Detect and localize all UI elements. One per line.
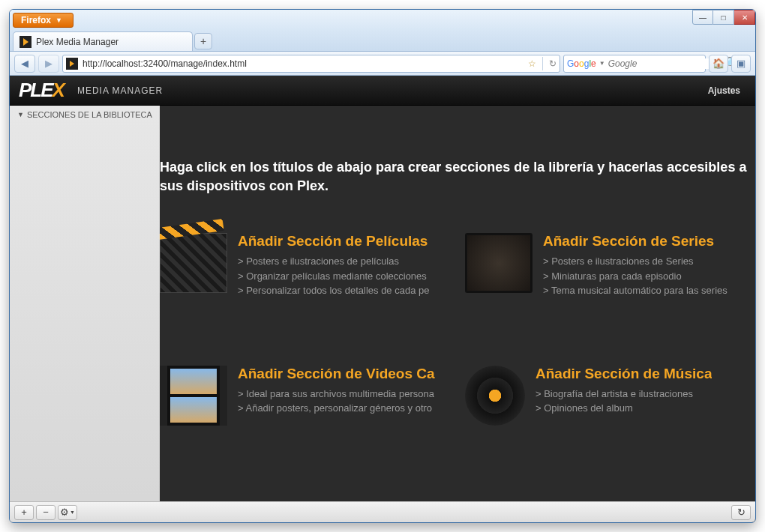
search-input[interactable]: [608, 58, 722, 69]
add-music-section[interactable]: Añadir Sección de Música > Biografía del…: [465, 366, 755, 426]
filmstrip-icon: [160, 366, 227, 426]
titlebar: Firefox ▼ — □ ✕: [10, 10, 755, 31]
separator: [542, 57, 543, 70]
tabstrip: Plex Media Manager +: [10, 31, 755, 52]
maximize-button[interactable]: □: [713, 10, 734, 25]
new-tab-button[interactable]: +: [194, 33, 212, 49]
plex-logo: PLEX: [19, 79, 64, 102]
bullet: > Tema musical automático para las serie…: [543, 283, 728, 298]
section-bullets: > Posters e ilustraciones de películas >…: [238, 254, 429, 298]
add-home-videos-section[interactable]: Añadir Sección de Videos Ca > Ideal para…: [160, 366, 450, 426]
chevron-down-icon: ▼: [70, 510, 75, 515]
home-button[interactable]: 🏠: [709, 55, 728, 73]
gear-button[interactable]: ⚙▼: [58, 505, 77, 520]
plex-body: ▼ SECCIONES DE LA BIBLIOTECA Haga click …: [10, 106, 755, 522]
settings-button[interactable]: Ajustes: [702, 82, 746, 99]
remove-button[interactable]: −: [36, 505, 56, 520]
chevron-down-icon: ▼: [17, 111, 24, 118]
firefox-menu-button[interactable]: Firefox ▼: [13, 13, 74, 28]
plex-favicon-icon: [66, 58, 78, 70]
bullet: > Ideal para sus archivos multimedia per…: [238, 387, 435, 402]
content-area: PLEX MEDIA MANAGER Ajustes ▼ SECCIONES D…: [10, 76, 755, 522]
tv-icon: [465, 233, 532, 293]
close-button[interactable]: ✕: [734, 10, 755, 25]
clapper-icon: [160, 233, 227, 293]
navbar: ◀ ▶ ☆ ↻ Google ▼ 🔍 🏠 ▣: [10, 52, 755, 76]
logo-accent: X: [52, 79, 64, 101]
bullet: > Biografía del artista e ilustraciones: [536, 387, 712, 402]
google-icon: Google: [567, 58, 596, 69]
bullet: > Opiniones del album: [536, 401, 712, 416]
add-button[interactable]: +: [14, 505, 34, 520]
bullet: > Miniaturas para cada episodio: [543, 269, 728, 284]
browser-window: Firefox ▼ — □ ✕ Plex Media Manager + ◀ ▶…: [9, 9, 756, 523]
section-bullets: > Ideal para sus archivos multimedia per…: [238, 387, 435, 416]
url-input[interactable]: [82, 58, 524, 69]
bullet: > Personalizar todos los detalles de cad…: [238, 283, 429, 298]
add-movies-section[interactable]: Añadir Sección de Películas > Posters e …: [160, 233, 450, 298]
sections-grid: Añadir Sección de Películas > Posters e …: [160, 233, 755, 426]
url-icons: ☆ ↻: [528, 57, 556, 70]
back-button[interactable]: ◀: [14, 55, 35, 73]
section-bullets: > Posters e ilustraciones de Series > Mi…: [543, 254, 728, 298]
plex-footer: + − ⚙▼ ↻: [10, 501, 755, 522]
search-bar[interactable]: Google ▼ 🔍: [563, 55, 706, 73]
plex-subtitle: MEDIA MANAGER: [77, 85, 163, 96]
record-icon: [465, 366, 525, 426]
plex-header: PLEX MEDIA MANAGER Ajustes: [10, 76, 755, 106]
chevron-down-icon: ▼: [56, 16, 62, 24]
bullet: > Añadir posters, personalizar géneros y…: [238, 401, 435, 416]
firefox-label: Firefox: [21, 15, 51, 25]
url-bar[interactable]: ☆ ↻: [62, 55, 560, 73]
bullet: > Organizar películas mediante coleccion…: [238, 269, 429, 284]
chevron-down-icon[interactable]: ▼: [599, 60, 605, 67]
star-icon[interactable]: ☆: [528, 58, 536, 69]
section-title: Añadir Sección de Música: [536, 366, 712, 382]
tab-title: Plex Media Manager: [36, 37, 118, 47]
sidebar-header-label: SECCIONES DE LA BIBLIOTECA: [27, 110, 152, 119]
add-series-section[interactable]: Añadir Sección de Series > Posters e ilu…: [465, 233, 755, 298]
browser-tab[interactable]: Plex Media Manager: [13, 31, 193, 51]
sidebar: ▼ SECCIONES DE LA BIBLIOTECA: [10, 106, 160, 522]
reload-icon[interactable]: ↻: [549, 58, 556, 69]
window-controls: — □ ✕: [692, 10, 755, 25]
gear-icon: ⚙: [60, 507, 69, 518]
minimize-button[interactable]: —: [692, 10, 713, 25]
sidebar-header[interactable]: ▼ SECCIONES DE LA BIBLIOTECA: [10, 106, 160, 124]
section-bullets: > Biografía del artista e ilustraciones …: [536, 387, 712, 416]
logo-text: PLE: [19, 79, 52, 101]
section-title: Añadir Sección de Películas: [238, 233, 429, 250]
forward-button[interactable]: ▶: [38, 55, 59, 73]
main-panel: Haga click en los títulos de abajo para …: [160, 106, 755, 522]
bullet: > Posters e ilustraciones de películas: [238, 254, 429, 269]
intro-text: Haga click en los títulos de abajo para …: [160, 158, 749, 196]
section-title: Añadir Sección de Series: [543, 233, 728, 250]
bookmarks-button[interactable]: ▣: [731, 55, 751, 73]
refresh-button[interactable]: ↻: [731, 505, 751, 520]
plex-app: PLEX MEDIA MANAGER Ajustes ▼ SECCIONES D…: [10, 76, 755, 522]
plex-favicon-icon: [20, 36, 32, 48]
bullet: > Posters e ilustraciones de Series: [543, 254, 728, 269]
section-title: Añadir Sección de Videos Ca: [238, 366, 435, 382]
